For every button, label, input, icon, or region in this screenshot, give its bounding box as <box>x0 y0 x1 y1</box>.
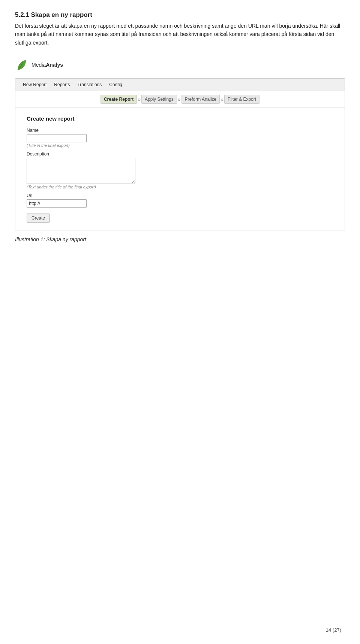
wizard-bar: Create Report » Apply Settings » Preform… <box>15 91 345 108</box>
url-group: Url <box>27 193 333 208</box>
wizard-step-2[interactable]: Apply Settings <box>141 95 177 104</box>
name-hint: (Title in the final export) <box>27 143 333 148</box>
section-heading: 5.2.1 Skapa en ny rapport <box>15 11 345 19</box>
main-content: Create new report Name (Title in the fin… <box>15 108 345 230</box>
nav-new-report[interactable]: New Report <box>20 81 50 88</box>
logo-container: MediaAnalys <box>15 58 345 72</box>
wizard-arrow-2: » <box>178 96 181 102</box>
wizard-step-3[interactable]: Preform Analize <box>182 95 220 104</box>
illustration-caption: Illustration 1: Skapa ny rapport <box>15 236 345 242</box>
logo-icon <box>15 58 28 72</box>
create-button[interactable]: Create <box>27 214 50 223</box>
page-number: 14 (27) <box>326 627 341 633</box>
app-frame: New Report Reports Translations Config C… <box>15 78 345 230</box>
wizard-arrow-1: » <box>138 96 141 102</box>
form-title: Create new report <box>27 115 333 122</box>
description-hint: (Text under the title of the final expor… <box>27 185 333 189</box>
name-label: Name <box>27 128 333 133</box>
top-nav: New Report Reports Translations Config <box>15 79 345 91</box>
name-group: Name (Title in the final export) <box>27 128 333 148</box>
url-label: Url <box>27 193 333 198</box>
body-paragraph: Det första steget är att skapa en ny rap… <box>15 22 345 47</box>
nav-reports[interactable]: Reports <box>51 81 73 88</box>
description-label: Description <box>27 151 333 157</box>
wizard-arrow-3: » <box>220 96 224 102</box>
description-textarea[interactable] <box>27 158 135 184</box>
nav-config[interactable]: Config <box>106 81 125 88</box>
logo-text: MediaAnalys <box>32 62 63 68</box>
name-input[interactable] <box>27 134 87 142</box>
nav-translations[interactable]: Translations <box>74 81 105 88</box>
url-input[interactable] <box>27 199 87 208</box>
description-group: Description (Text under the title of the… <box>27 151 333 189</box>
wizard-step-4[interactable]: Filter & Export <box>224 95 260 104</box>
wizard-step-1[interactable]: Create Report <box>100 95 137 104</box>
